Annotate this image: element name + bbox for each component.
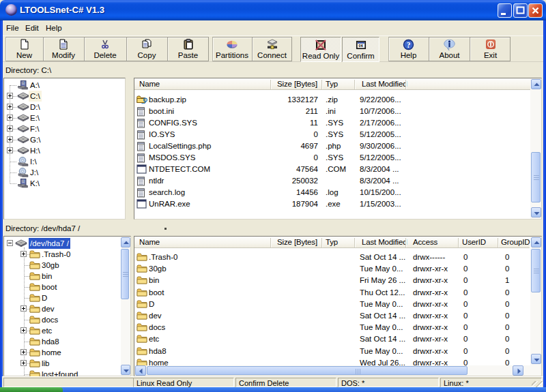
svg-text:H: H bbox=[23, 81, 25, 85]
svg-text:OK: OK bbox=[358, 44, 363, 48]
svg-text:?: ? bbox=[407, 41, 411, 49]
svg-text:H: H bbox=[23, 179, 25, 183]
